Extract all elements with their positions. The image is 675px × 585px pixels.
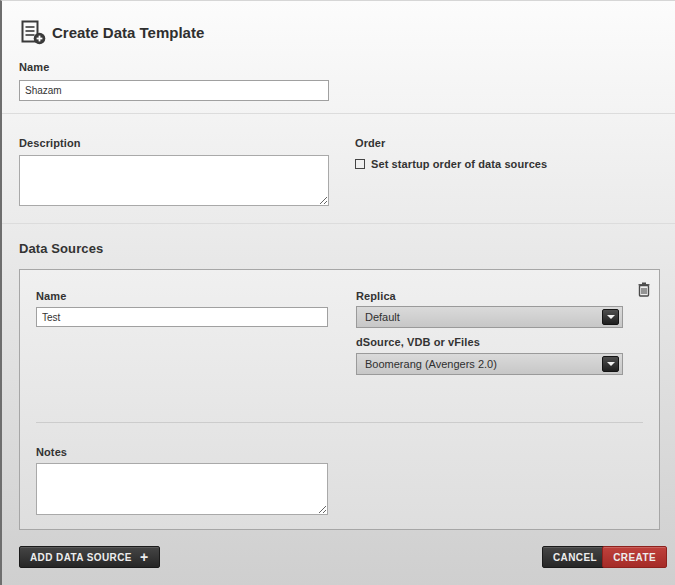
create-label: CREATE bbox=[613, 552, 656, 563]
description-textarea[interactable] bbox=[19, 155, 329, 206]
startup-order-checkbox-row[interactable]: Set startup order of data sources bbox=[355, 158, 547, 170]
create-data-template-dialog: Create Data Template Name Description Or… bbox=[0, 0, 675, 585]
data-source-card: Name Replica Default dSource, VDB or vFi… bbox=[19, 269, 660, 530]
create-button[interactable]: CREATE bbox=[602, 546, 667, 568]
page-title: Create Data Template bbox=[52, 24, 204, 41]
add-data-source-label: ADD DATA SOURCE bbox=[30, 552, 132, 563]
cancel-button[interactable]: CANCEL bbox=[542, 546, 608, 568]
divider bbox=[2, 223, 675, 224]
source-name-input[interactable] bbox=[36, 307, 328, 327]
startup-order-checkbox[interactable] bbox=[355, 159, 365, 169]
replica-select[interactable]: Default bbox=[356, 306, 623, 328]
startup-order-checkbox-label: Set startup order of data sources bbox=[371, 158, 547, 170]
source-name-label: Name bbox=[36, 290, 66, 302]
dsource-dropdown-button[interactable] bbox=[602, 356, 619, 372]
add-data-source-button[interactable]: ADD DATA SOURCE + bbox=[19, 546, 160, 568]
replica-dropdown-button[interactable] bbox=[602, 309, 619, 325]
data-sources-heading: Data Sources bbox=[19, 241, 103, 256]
trash-icon[interactable] bbox=[638, 282, 650, 301]
notes-label: Notes bbox=[36, 446, 67, 458]
name-label: Name bbox=[19, 61, 49, 73]
replica-selected-value: Default bbox=[365, 311, 400, 323]
document-add-icon bbox=[20, 20, 47, 49]
dsource-select[interactable]: Boomerang (Avengers 2.0) bbox=[356, 353, 623, 375]
plus-icon: + bbox=[140, 550, 149, 564]
description-label: Description bbox=[19, 137, 81, 149]
chevron-down-icon bbox=[607, 362, 615, 366]
order-label: Order bbox=[355, 137, 385, 149]
divider bbox=[2, 113, 675, 114]
replica-label: Replica bbox=[356, 290, 396, 302]
notes-textarea[interactable] bbox=[36, 463, 328, 515]
dsource-label: dSource, VDB or vFiles bbox=[356, 336, 480, 348]
name-input[interactable] bbox=[19, 80, 329, 101]
divider bbox=[36, 422, 643, 423]
dsource-selected-value: Boomerang (Avengers 2.0) bbox=[365, 358, 497, 370]
cancel-label: CANCEL bbox=[553, 552, 597, 563]
chevron-down-icon bbox=[607, 315, 615, 319]
